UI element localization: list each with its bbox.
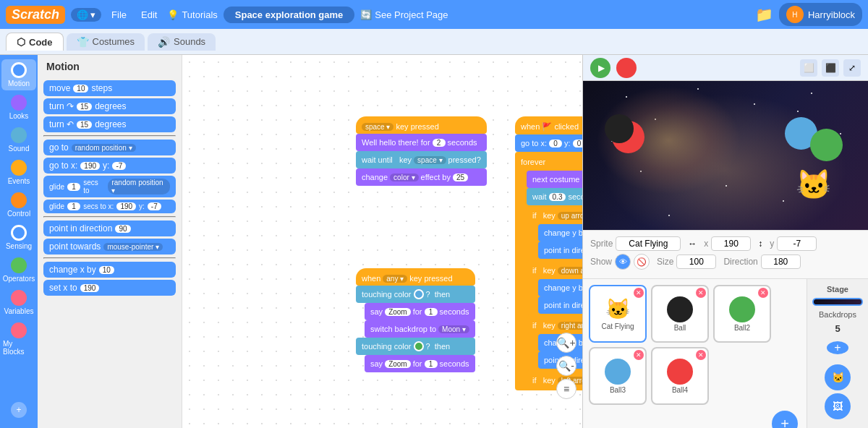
- sprite-y-arrow-icon: ↕: [758, 239, 762, 249]
- tutorials-menu[interactable]: 💡 Tutorials: [167, 9, 217, 20]
- green-flag-button[interactable]: [590, 58, 610, 78]
- see-project-button[interactable]: 🔄 See Project Page: [360, 9, 448, 20]
- costume-icon: 👕: [77, 36, 89, 48]
- block-point-direction[interactable]: point in direction 90: [43, 221, 176, 236]
- edit-menu[interactable]: Edit: [137, 8, 161, 22]
- sprite-delete-ball3[interactable]: ✕: [634, 350, 644, 360]
- block-point-180-1[interactable]: point in direction 180: [538, 241, 582, 259]
- sprite-y-input[interactable]: [777, 236, 817, 251]
- block-say-zoom-1[interactable]: say Zoom for 1 seconds: [365, 303, 475, 320]
- user-menu[interactable]: H Harryiblock: [779, 3, 862, 26]
- block-turn-left[interactable]: turn ↶ 15 degrees: [43, 116, 176, 132]
- block-any-key[interactable]: when any ▾ key pressed: [356, 268, 475, 286]
- block-glide-xy[interactable]: glide 1 secs to x: 190 y: -7: [43, 200, 176, 213]
- zoom-in-button[interactable]: 🔍+: [556, 333, 576, 353]
- block-next-costume[interactable]: next costume: [527, 171, 582, 188]
- block-if-right[interactable]: if key right arrow ▾ pressed? then: [527, 317, 582, 334]
- sprite-x-input[interactable]: [711, 236, 751, 251]
- block-say-zoom-2[interactable]: say Zoom for 1 seconds: [365, 355, 475, 372]
- sidebar-item-motion[interactable]: Motion: [1, 59, 36, 90]
- sprite-add-bottom: 🐱 🖼: [822, 361, 854, 422]
- block-goto-random[interactable]: go to random position ▾: [43, 140, 176, 155]
- scripts-area[interactable]: space ▾ key pressed Well hello there! fo…: [182, 55, 582, 428]
- block-switch-backdrop[interactable]: switch backdrop to Moon ▾: [365, 320, 475, 338]
- script-group-left2: when any ▾ key pressed touching color ? …: [356, 268, 475, 372]
- sprite-delete-cat[interactable]: ✕: [634, 288, 644, 298]
- sprite-direction-input[interactable]: [761, 254, 801, 269]
- sprite-thumb-ball3[interactable]: ✕ Ball3: [589, 347, 647, 405]
- backdrops-label: Backdrops: [819, 310, 856, 319]
- sidebar-item-looks[interactable]: Looks: [1, 92, 36, 123]
- project-title[interactable]: Space exploration game: [224, 7, 355, 23]
- show-visible-button[interactable]: 👁: [615, 254, 631, 270]
- block-set-x[interactable]: set x to 190: [43, 280, 176, 296]
- sprite-thumb-ball4[interactable]: ✕ Ball4: [651, 347, 709, 405]
- tab-code[interactable]: ⬡ Code: [6, 33, 64, 51]
- block-goto-xy[interactable]: go to x: 190 y: -7: [43, 158, 176, 174]
- block-point-180-2[interactable]: point in direction 180: [538, 296, 582, 314]
- color-picker-green[interactable]: [414, 341, 424, 351]
- tab-sounds[interactable]: 🔊 Sounds: [148, 33, 216, 51]
- stop-button[interactable]: [616, 58, 637, 78]
- show-hidden-button[interactable]: 🚫: [634, 254, 650, 270]
- sprite-name-input[interactable]: [616, 236, 681, 251]
- block-say[interactable]: Well hello there! for 2 seconds: [356, 134, 487, 151]
- add-backdrop-button[interactable]: +: [827, 341, 848, 354]
- sprite-thumb-ball[interactable]: ✕ Ball: [651, 285, 709, 343]
- events-icon: [11, 160, 27, 176]
- sidebar-item-sound[interactable]: Sound: [1, 124, 36, 155]
- tab-costumes[interactable]: 👕 Costumes: [67, 33, 145, 51]
- sprite-delete-ball4[interactable]: ✕: [696, 350, 706, 360]
- sidebar-item-variables[interactable]: Variables: [1, 287, 36, 318]
- block-change-x[interactable]: change x by 10: [43, 262, 176, 278]
- tab-row: ⬡ Code 👕 Costumes 🔊 Sounds: [0, 29, 868, 55]
- block-space-key[interactable]: space ▾ key pressed: [356, 116, 487, 134]
- sidebar-item-sensing[interactable]: Sensing: [1, 222, 36, 253]
- block-wait[interactable]: wait 0.3 seconds:: [527, 188, 582, 205]
- block-touching-color-2[interactable]: touching color ? then: [356, 338, 475, 355]
- block-wait-until[interactable]: wait until key space ▾ pressed?: [356, 151, 487, 168]
- block-move[interactable]: move 10 steps: [43, 80, 176, 96]
- scratch-logo[interactable]: Scratch: [6, 6, 65, 24]
- sprite-thumb-cat[interactable]: ✕ 🐱 Cat Flying: [589, 285, 647, 343]
- sidebar-item-operators[interactable]: Operators: [1, 254, 36, 286]
- block-forever[interactable]: forever: [515, 153, 582, 171]
- block-turn-right[interactable]: turn ↷ 15 degrees: [43, 98, 176, 114]
- normal-stage-button[interactable]: ⬛: [822, 59, 839, 77]
- small-stage-button[interactable]: ⬜: [800, 59, 817, 77]
- block-point-towards[interactable]: point towards mouse-pointer ▾: [43, 239, 176, 254]
- color-picker-cyan[interactable]: [414, 289, 424, 299]
- sprite-add-cat-button[interactable]: 🐱: [825, 364, 851, 390]
- block-glide-random[interactable]: glide 1 secs to random position ▾: [43, 176, 176, 197]
- sprite-size-input[interactable]: [676, 254, 716, 269]
- stage-thumb[interactable]: [812, 298, 863, 306]
- block-touching-color-1[interactable]: touching color ? then: [356, 286, 475, 303]
- block-change-y-down[interactable]: change y by -20: [538, 279, 582, 296]
- zoom-out-button[interactable]: 🔍-: [556, 356, 576, 376]
- sprite-thumb-ball2[interactable]: ✕ Ball2: [713, 285, 771, 343]
- block-change-y-up[interactable]: change y by 20: [538, 224, 582, 241]
- top-nav: Scratch 🌐 ▾ File Edit 💡 Tutorials Space …: [0, 0, 868, 29]
- block-if-up[interactable]: if key up arrow ▾ pressed? then: [527, 207, 582, 224]
- sidebar-item-myblocks[interactable]: My Blocks: [1, 320, 36, 359]
- sidebar-item-control[interactable]: Control: [1, 189, 36, 221]
- sprite-delete-ball2[interactable]: ✕: [758, 288, 768, 298]
- block-if-down[interactable]: if key down arrow ▾ pressed? then: [527, 262, 582, 279]
- block-flag-clicked[interactable]: when 🚩 clicked: [515, 116, 582, 134]
- globe-button[interactable]: 🌐 ▾: [71, 8, 101, 22]
- fullscreen-button[interactable]: ⤢: [843, 59, 861, 77]
- block-goto-00[interactable]: go to x: 0 y: 0: [515, 134, 582, 152]
- folder-icon[interactable]: 📁: [755, 6, 773, 23]
- sidebar-item-extensions[interactable]: +: [1, 399, 36, 421]
- zoom-reset-button[interactable]: ≡: [556, 379, 576, 399]
- file-menu[interactable]: File: [107, 8, 131, 22]
- star: [840, 133, 841, 134]
- add-sprite-area: +: [589, 408, 801, 428]
- block-change-color[interactable]: change color ▾ effect by 25: [356, 168, 487, 186]
- add-sprite-button[interactable]: +: [772, 411, 798, 428]
- sprite-delete-ball[interactable]: ✕: [696, 288, 706, 298]
- sprite-add-image-button[interactable]: 🖼: [825, 393, 851, 419]
- sidebar-item-events[interactable]: Events: [1, 157, 36, 188]
- backdrops-count: 5: [835, 323, 840, 334]
- zoom-controls: 🔍+ 🔍- ≡: [556, 333, 576, 399]
